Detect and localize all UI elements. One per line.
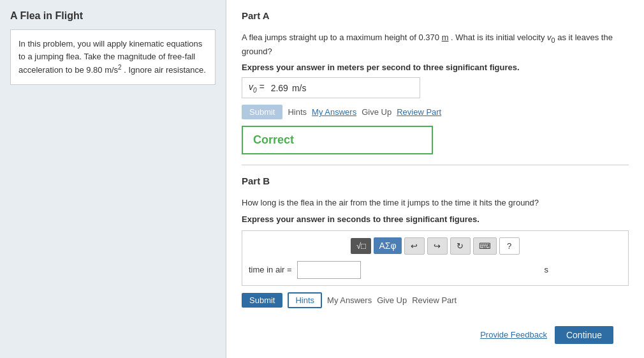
sqrt-button[interactable]: √□ [351, 238, 371, 254]
keyboard-button[interactable]: ⌨ [473, 237, 497, 255]
correct-box: Correct [242, 126, 433, 154]
part-a-answer-box: v0 = 2.69 m/s [242, 77, 420, 98]
part-a-answer-value: 2.69 [271, 83, 288, 93]
footer-bar: Provide Feedback Continue [242, 318, 629, 352]
part-b: Part B How long is the flea in the air f… [242, 175, 629, 308]
greek-button[interactable]: ΑΣφ [374, 237, 401, 254]
part-a-hints-link[interactable]: Hints [288, 107, 307, 117]
undo-button[interactable]: ↩ [404, 237, 425, 255]
right-panel: Part A A flea jumps straight up to a max… [226, 0, 644, 358]
problem-text: In this problem, you will apply kinemati… [18, 39, 206, 75]
help-button[interactable]: ? [499, 237, 520, 255]
part-a-my-answers-link[interactable]: My Answers [312, 107, 356, 117]
part-a-question: A flea jumps straight up to a maximum he… [242, 31, 629, 57]
part-a-submit-button[interactable]: Submit [242, 105, 282, 119]
page-title: A Flea in Flight [10, 10, 216, 22]
left-panel: A Flea in Flight In this problem, you wi… [0, 0, 226, 358]
math-input-container: √□ ΑΣφ ↩ ↪ ↻ ⌨ ? time in air = s [242, 230, 629, 286]
continue-button[interactable]: Continue [555, 326, 613, 344]
part-b-action-bar: Submit Hints My Answers Give Up Review P… [242, 292, 629, 308]
part-b-hints-button[interactable]: Hints [288, 292, 322, 308]
math-toolbar: √□ ΑΣφ ↩ ↪ ↻ ⌨ ? [249, 237, 622, 255]
reset-button[interactable]: ↻ [450, 237, 471, 255]
part-b-review-part-link[interactable]: Review Part [412, 295, 457, 305]
part-b-give-up-link[interactable]: Give Up [377, 295, 407, 305]
part-a-heading: Part A [242, 10, 629, 25]
part-b-heading: Part B [242, 175, 629, 190]
provide-feedback-link[interactable]: Provide Feedback [480, 330, 547, 339]
part-b-submit-button[interactable]: Submit [242, 293, 282, 308]
part-a-answer-unit: m/s [292, 83, 307, 93]
part-a-review-part-link[interactable]: Review Part [397, 107, 441, 117]
part-a-give-up-link[interactable]: Give Up [362, 107, 392, 117]
time-in-air-label: time in air = [249, 265, 292, 274]
redo-button[interactable]: ↪ [427, 237, 448, 255]
unit-label: s [545, 265, 549, 274]
part-a-action-bar: Submit Hints My Answers Give Up Review P… [242, 105, 629, 119]
part-b-question: How long is the flea in the air from the… [242, 197, 629, 209]
correct-label: Correct [253, 133, 294, 146]
part-a-instruction: Express your answer in meters per second… [242, 63, 629, 72]
divider [242, 165, 629, 165]
part-a-var-label: v0 = [249, 82, 265, 94]
time-in-air-input[interactable] [297, 261, 361, 279]
part-b-my-answers-link[interactable]: My Answers [327, 295, 372, 305]
input-row: time in air = s [249, 261, 622, 279]
problem-description: In this problem, you will apply kinemati… [10, 29, 216, 85]
part-a: Part A A flea jumps straight up to a max… [242, 10, 629, 154]
part-b-instruction: Express your answer in seconds to three … [242, 214, 629, 224]
